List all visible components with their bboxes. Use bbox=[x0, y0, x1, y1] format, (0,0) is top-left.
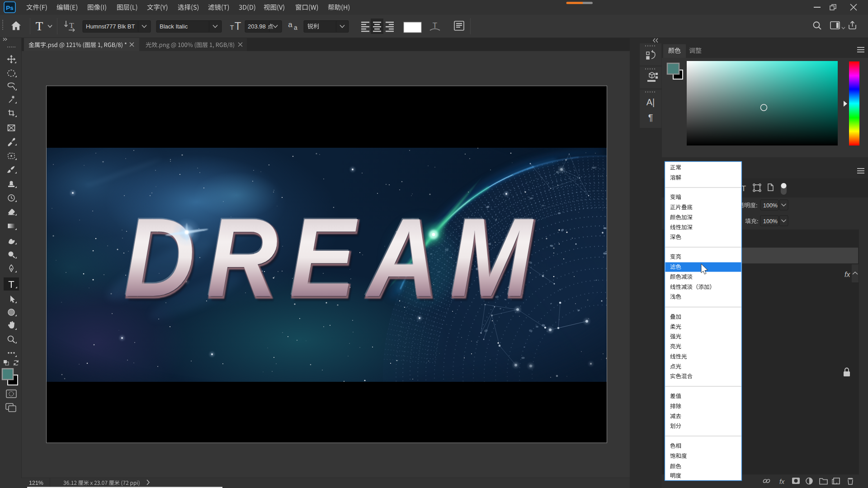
svg-text:fx: fx bbox=[844, 271, 850, 278]
svg-text:Humnst777 Blk BT: Humnst777 Blk BT bbox=[86, 23, 135, 30]
svg-text:T: T bbox=[235, 20, 241, 32]
svg-text:a: a bbox=[294, 24, 297, 31]
svg-text:¶: ¶ bbox=[648, 113, 653, 122]
svg-text:T: T bbox=[741, 184, 746, 193]
svg-text:T: T bbox=[69, 21, 74, 30]
svg-text:T: T bbox=[230, 24, 234, 31]
svg-text:a: a bbox=[288, 20, 292, 29]
svg-text:T: T bbox=[36, 19, 43, 33]
svg-text:A|: A| bbox=[646, 97, 655, 107]
svg-text:100%: 100% bbox=[763, 202, 778, 209]
svg-text:100%: 100% bbox=[763, 218, 778, 225]
svg-text:121%: 121% bbox=[29, 480, 43, 486]
svg-text:203.98: 203.98 bbox=[248, 23, 266, 30]
svg-text:T: T bbox=[8, 279, 14, 290]
svg-text:Black Italic: Black Italic bbox=[160, 23, 188, 30]
svg-text:DREAM: DREAM bbox=[124, 195, 544, 319]
svg-text:Ps: Ps bbox=[6, 5, 14, 11]
svg-text:fx: fx bbox=[779, 478, 785, 485]
